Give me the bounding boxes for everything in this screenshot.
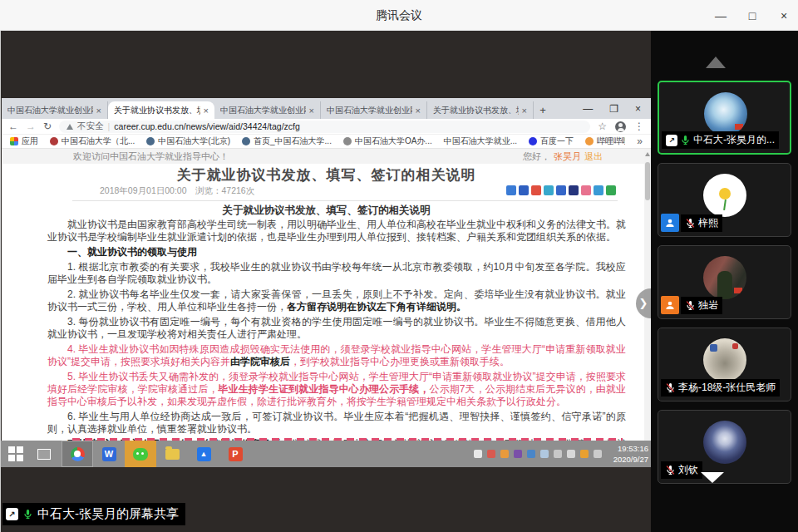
bookmark-label: 首页_中国石油大学... [254,135,332,147]
network-tray-icon[interactable] [567,450,575,458]
text-segment: 一、就业协议书的领取与使用 [67,246,197,258]
screen-share-status: ↗ 中石大-张昊月的屏幕共享 [2,503,185,525]
tab-close-icon[interactable]: × [416,106,421,116]
reload-icon[interactable]: ↻ [43,121,52,132]
browser-window-controls: — ❐ × [583,98,651,119]
bookmarks-overflow-icon[interactable]: » [637,135,643,147]
chrome-taskbar-button[interactable] [62,441,93,467]
participant-tile[interactable]: 李杨-18级-张仕民老师 [658,328,791,401]
bookmark-item[interactable]: 中国石油大学（北... [50,135,135,147]
browser-tab[interactable]: 中国石油大学就业创业网-中…× [214,101,321,119]
tab-close-icon[interactable]: × [204,106,209,116]
participant-tile[interactable]: ↗中石大-张昊月的... [658,81,791,155]
bookmark-label: 哔哩哔哩 ( ゜- ゜)つ... [597,135,625,147]
participant-label: 李杨-18级-张仕民老师 [661,379,780,397]
wps-taskbar-button[interactable]: W [93,441,125,467]
scroll-up-button[interactable] [706,57,726,68]
tab-close-icon[interactable]: × [96,106,101,116]
forward-icon[interactable]: → [26,121,36,132]
bookmark-favicon [146,137,155,145]
task-view-button[interactable] [37,449,51,460]
tab-close-icon[interactable]: × [309,106,314,116]
article-body: 就业协议书是由国家教育部高校学生司统一制表，用以明确毕业生、用人单位和高校在毕业… [47,219,626,441]
share-service-icon-2[interactable] [519,185,529,195]
welcome-text: 欢迎访问中国石油大学就业指导中心！ [73,149,229,164]
share-service-icon-3[interactable] [531,185,541,195]
share-service-icon-6[interactable] [569,185,579,195]
bookmark-item[interactable]: 百度一下 [529,135,574,147]
participant-tile[interactable]: 刘钦 [658,410,791,484]
bookmark-label: 中国石油大学OA办... [355,135,432,147]
browser-close-button[interactable]: × [635,103,641,115]
back-icon[interactable]: ← [8,121,18,132]
share-service-icon-1[interactable] [506,185,516,195]
windows-taskbar: W▲P 19:53:16 2020/9/27 [1,441,651,467]
window-controls: — □ × [715,0,790,31]
meeting-taskbar-button[interactable]: ▲ [188,441,219,467]
expand-chevron-button[interactable]: ❯ [636,288,651,318]
taskbar-clock[interactable]: 19:53:16 2020/9/27 [603,443,648,465]
speaker-tray-icon[interactable] [554,450,562,458]
share-service-icon-5[interactable] [556,185,566,195]
browser-tab[interactable]: 中国石油大学就业创业网-中…× [2,101,108,119]
url-field[interactable]: 不安全 | career.cup.edu.cn/news/view/aid/34… [59,121,590,133]
security-tray-icon[interactable] [580,450,589,458]
chrome-browser-window: 中国石油大学就业创业网-中…×关于就业协议书发放、填写、…×中国石油大学就业创业… [2,98,651,441]
bookmark-favicon [529,137,537,145]
share-service-icon-4[interactable] [544,185,554,195]
bookmark-item[interactable]: 应用 [10,135,38,147]
bookmark-item[interactable]: 中国石油大学OA办... [343,135,432,147]
page-meta: 2018年09月01日00:00 浏览：47216次 [100,185,254,197]
mic-muted-icon [665,465,676,475]
bookmark-star-icon[interactable]: ☆ [598,121,607,132]
start-button[interactable] [8,446,23,461]
volume-tray-icon[interactable] [594,450,602,458]
bookmark-item[interactable]: 中国石油大学就业... [444,135,517,147]
text-segment: 3. 每份就业协议书有固定唯一编号，每个有就业资格的学生使用固定唯一编号的就业协… [47,316,626,340]
mic-muted-icon [665,382,676,393]
participant-name: 李杨-18级-张仕民老师 [678,381,776,395]
article-paragraph: 3. 每份就业协议书有固定唯一编号，每个有就业资格的学生使用固定唯一编号的就业协… [47,316,626,341]
user-link[interactable]: 张昊月 [554,149,581,164]
wechat-taskbar-button[interactable] [125,441,156,467]
scroll-down-button[interactable] [701,472,724,483]
bookmark-item[interactable]: 首页_中国石油大学... [242,135,332,147]
participant-avatar [703,421,746,464]
participant-tile[interactable]: 独岩 [658,245,791,319]
blue-app-tray-icon[interactable] [527,450,535,458]
search-tray-icon[interactable] [500,450,509,458]
tab-close-icon[interactable]: × [522,106,527,116]
share-service-icon-7[interactable] [581,185,591,195]
participant-name: 中石大-张昊月的... [693,133,775,147]
scrollbar-thumb[interactable] [645,162,650,200]
browser-tab[interactable]: 关于就业协议书发放、填写、…× [108,101,214,119]
logout-link[interactable]: 退出 [584,149,603,164]
bookmark-item[interactable]: 哔哩哔哩 ( ゜- ゜)つ... [585,135,625,147]
share-service-icon-9[interactable] [606,185,616,195]
scrollbar-up-arrow-icon[interactable] [645,152,650,156]
input-method-tray-icon[interactable] [540,450,549,458]
participant-avatar [704,92,747,135]
participant-info-row: 独岩 [661,296,722,314]
browser-tab[interactable]: 中国石油大学就业创业网-中…× [321,101,427,119]
note-app-tray-icon[interactable] [514,450,522,458]
colorful-app-tray-icon[interactable] [474,450,482,458]
browser-minimize-button[interactable]: — [583,103,593,115]
new-tab-button[interactable]: + [534,101,552,119]
explorer-taskbar-button[interactable] [156,441,188,467]
greeting: 您好， 张昊月 退出 [523,149,603,164]
participant-info-row: 梓熙 [661,214,722,232]
maximize-button[interactable]: □ [746,9,758,22]
bookmark-item[interactable]: 中国石油大学(北京) [146,135,230,147]
browser-menu-icon[interactable]: ⋮ [634,121,644,132]
powerpoint-taskbar-button[interactable]: P [219,441,251,467]
share-service-icon-8[interactable] [594,185,603,195]
minimize-button[interactable]: — [715,9,727,22]
profile-avatar-icon[interactable] [615,121,626,132]
bookmark-label: 中国石油大学就业... [444,135,517,147]
participant-tile[interactable]: 梓熙 [658,163,791,237]
red-app-tray-icon[interactable] [487,450,495,458]
browser-tab[interactable]: 关于就业协议书发放、填写、…× [427,101,534,119]
close-button[interactable]: × [778,9,790,22]
browser-restore-button[interactable]: ❐ [609,103,618,115]
